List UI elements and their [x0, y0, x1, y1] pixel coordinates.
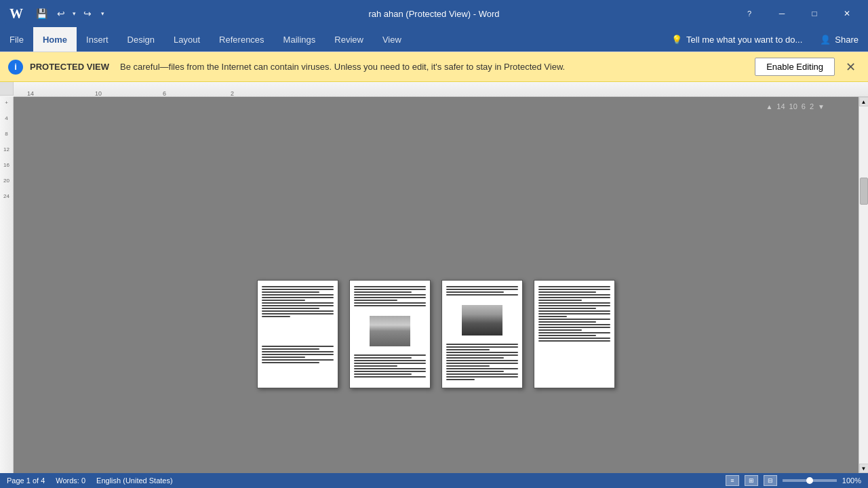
- document-area: ▲ 14 10 6 2 ▼: [14, 97, 859, 473]
- print-view-button[interactable]: ⊞: [745, 475, 758, 486]
- v-ruler-8: 8: [5, 131, 7, 137]
- tell-me-input[interactable]: 💡 Tell me what you want to do...: [663, 27, 810, 52]
- zoom-slider[interactable]: [783, 479, 837, 482]
- v-ruler-12: 12: [3, 146, 9, 152]
- page-3-image: [462, 305, 502, 336]
- tab-home[interactable]: Home: [33, 27, 77, 52]
- help-button[interactable]: ?: [734, 3, 765, 24]
- v-ruler-24: 24: [3, 193, 9, 199]
- page-2-image: [370, 316, 410, 346]
- share-label: Share: [835, 35, 859, 45]
- page-1-thumbnail[interactable]: [257, 280, 338, 388]
- close-button[interactable]: ✕: [831, 3, 863, 24]
- scroll-down-button[interactable]: ▼: [859, 464, 869, 473]
- ruler-6: 6: [802, 102, 806, 110]
- v-ruler-20: 20: [3, 178, 9, 184]
- v-ruler-16: 16: [3, 162, 9, 168]
- title-bar: W 💾 ↩ ▾ ↪ ▾ rah ahan (Protected View) - …: [0, 0, 868, 27]
- ruler-10: 10: [789, 102, 797, 110]
- left-ruler-corner: [0, 82, 14, 96]
- ruler-mark-14: 14: [27, 90, 34, 97]
- redo-button[interactable]: ↪: [80, 6, 95, 21]
- v-ruler-4: 4: [5, 115, 7, 121]
- window-controls: ? ─ □ ✕: [734, 3, 863, 24]
- page-info: Page 1 of 4: [7, 476, 45, 485]
- ruler-area: 14 10 6 2: [0, 82, 868, 97]
- tab-file[interactable]: File: [0, 27, 33, 52]
- page-4-content: [534, 281, 614, 348]
- share-button[interactable]: 👤 Share: [810, 27, 868, 52]
- tab-references[interactable]: References: [210, 27, 273, 52]
- tab-insert[interactable]: Insert: [77, 27, 118, 52]
- tab-design[interactable]: Design: [118, 27, 164, 52]
- web-view-button[interactable]: ⊟: [764, 475, 777, 486]
- page-3-thumbnail[interactable]: [441, 280, 523, 388]
- tab-mailings[interactable]: Mailings: [274, 27, 326, 52]
- v-ruler-plus: +: [5, 100, 8, 106]
- page-2-bottom-content: [350, 349, 430, 384]
- document-pages: [257, 280, 615, 388]
- scroll-thumb[interactable]: [860, 178, 868, 205]
- zoom-slider-thumb[interactable]: [806, 477, 813, 484]
- page-3-top-content: [442, 281, 522, 302]
- protected-view-message: Be careful—files from the Internet can c…: [120, 62, 748, 72]
- ruler-mark-6: 6: [163, 90, 166, 97]
- tab-layout[interactable]: Layout: [164, 27, 210, 52]
- person-icon: 👤: [820, 35, 831, 45]
- protected-view-close-button[interactable]: ✕: [842, 58, 860, 76]
- scroll-track[interactable]: [859, 106, 868, 464]
- status-left: Page 1 of 4 Words: 0 English (United Sta…: [7, 476, 173, 485]
- ruler-down-icon: ▼: [818, 103, 825, 110]
- maximize-button[interactable]: □: [799, 3, 830, 24]
- vertical-scrollbar[interactable]: ▲ ▼: [859, 97, 868, 473]
- word-logo: W: [5, 3, 27, 24]
- protected-view-bar: i PROTECTED VIEW Be careful—files from t…: [0, 52, 868, 82]
- scroll-up-button[interactable]: ▲: [859, 97, 869, 106]
- undo-button[interactable]: ↩: [54, 6, 68, 21]
- content-area: + 4 8 12 16 20 24 ▲ 14 10 6 2 ▼: [0, 97, 868, 473]
- ruler-up-icon: ▲: [766, 103, 772, 110]
- status-right: ≡ ⊞ ⊟ 100%: [726, 475, 861, 486]
- title-bar-left: W 💾 ↩ ▾ ↪ ▾: [5, 3, 108, 24]
- people-image: [462, 305, 502, 336]
- save-button[interactable]: 💾: [33, 6, 51, 21]
- zoom-indicator: ▲ 14 10 6 2 ▼: [766, 102, 825, 110]
- ribbon-tabs: File Home Insert Design Layout Reference…: [0, 27, 868, 52]
- language-indicator: English (United States): [96, 476, 173, 485]
- minimize-button[interactable]: ─: [766, 3, 797, 24]
- tab-view[interactable]: View: [373, 27, 411, 52]
- ruler-mark-10: 10: [95, 90, 102, 97]
- protected-view-label: PROTECTED VIEW: [30, 62, 109, 72]
- vertical-ruler: + 4 8 12 16 20 24: [0, 97, 14, 473]
- page-2-content: [350, 281, 430, 313]
- page-1-content: [258, 281, 338, 370]
- enable-editing-button[interactable]: Enable Editing: [755, 58, 835, 76]
- ruler-14: 14: [776, 102, 785, 110]
- status-bar: Page 1 of 4 Words: 0 English (United Sta…: [0, 473, 868, 488]
- read-view-button[interactable]: ≡: [726, 475, 739, 486]
- building-image: [370, 316, 410, 346]
- page-4-thumbnail[interactable]: [534, 280, 615, 388]
- ruler-2: 2: [810, 102, 814, 110]
- ribbon: File Home Insert Design Layout Reference…: [0, 27, 868, 52]
- word-count: Words: 0: [56, 476, 85, 485]
- undo-dropdown-button[interactable]: ▾: [71, 8, 77, 19]
- tab-review[interactable]: Review: [325, 27, 373, 52]
- tell-me-text: Tell me what you want to do...: [686, 35, 802, 45]
- ruler-mark-2: 2: [231, 90, 234, 97]
- quick-access-toolbar: 💾 ↩ ▾ ↪ ▾: [33, 6, 108, 21]
- zoom-percent: 100%: [842, 476, 861, 485]
- window-title: rah ahan (Protected View) - Word: [368, 9, 499, 19]
- top-ruler: 14 10 6 2: [14, 82, 868, 97]
- lightbulb-icon: 💡: [671, 35, 682, 45]
- customize-button[interactable]: ▾: [98, 8, 108, 19]
- page-2-thumbnail[interactable]: [349, 280, 431, 388]
- info-icon: i: [8, 60, 23, 75]
- page-3-bottom-content: [442, 338, 522, 387]
